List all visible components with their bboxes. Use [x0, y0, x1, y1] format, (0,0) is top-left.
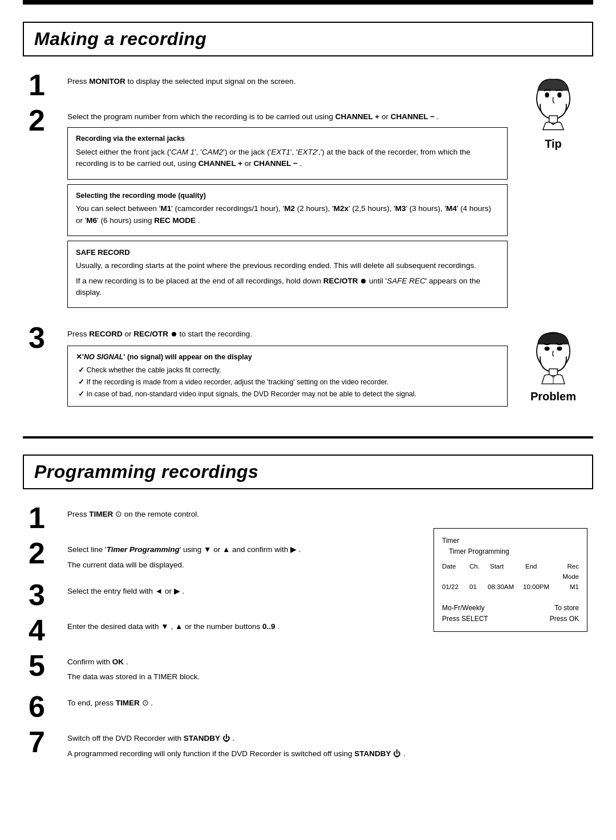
- s2-step-6-content: To end, press TIMER ⊙ .: [67, 694, 422, 712]
- col-header-rec: RecMode: [558, 561, 579, 582]
- col-header-date: Date: [442, 561, 469, 582]
- svg-point-6: [557, 347, 562, 351]
- infobox-ext-title: Recording via the external jacks: [76, 133, 499, 144]
- timer-start: 08:30AM: [488, 582, 523, 592]
- infobox-rec-mode: Selecting the recording mode (quality) Y…: [67, 184, 508, 236]
- s2-step-5-content: Confirm with OK . The data was stored in…: [67, 653, 422, 687]
- timer-footer: Mo-Fr/Weekly Press SELECT To store Press…: [442, 603, 579, 624]
- infobox-saferec-title: SAFE RECORD: [76, 247, 499, 258]
- tip-callout: Tip: [519, 72, 587, 151]
- step-3-area: 3 Press RECORD or REC/OTR to start the r…: [29, 325, 587, 419]
- step-2-text: Select the program number from which the…: [67, 111, 508, 123]
- section-divider: [23, 436, 593, 439]
- s2-step-4-content: Enter the desired data with ▼ , ▲ or the…: [67, 618, 422, 636]
- timer-mode: M1: [556, 582, 579, 592]
- timer-col-headers: Date Ch. Start End RecMode: [442, 561, 579, 582]
- problem-box-title: ✕'NO SIGNAL' (no signal) will appear on …: [76, 352, 499, 363]
- top-decorative-bar: [23, 0, 593, 5]
- svg-point-5: [545, 347, 550, 351]
- problem-callout: Problem: [519, 325, 587, 403]
- section2-header: Programming recordings: [23, 455, 593, 489]
- step-2-content: Select the program number from which the…: [67, 108, 508, 313]
- section1-header: Making a recording: [23, 22, 593, 56]
- infobox-saferec-text2: If a new recording is to be placed at th…: [76, 275, 499, 299]
- s2-step-2-content: Select line 'Timer Programming' using ▼ …: [67, 541, 422, 574]
- step-3-number: 3: [29, 323, 57, 352]
- timer-ch: 01: [469, 582, 488, 592]
- tip-label: Tip: [545, 137, 562, 151]
- step-3-text: Press RECORD or REC/OTR to start the rec…: [67, 328, 508, 340]
- s2-step-3-number: 3: [29, 580, 57, 610]
- timer-footer-left: Mo-Fr/Weekly Press SELECT: [442, 603, 488, 624]
- steps-1-2-area: 1 Press MONITOR to display the selected …: [29, 72, 587, 320]
- col-header-start: Start: [490, 561, 525, 582]
- s2-step-4-text: Enter the desired data with ▼ , ▲ or the…: [67, 621, 422, 632]
- infobox-recmode-text: You can select between 'M1' (camcorder r…: [76, 203, 499, 226]
- section2-steps: 1 Press TIMER ⊙ on the remote control. 2…: [23, 505, 593, 771]
- timer-display-subtitle: Timer Programming: [442, 546, 579, 557]
- step-1-content: Press MONITOR to display the selected in…: [67, 72, 508, 91]
- problem-figure: [522, 325, 585, 388]
- problem-item-2: If the recording is made from a video re…: [78, 377, 499, 388]
- tip-cartoon-icon: [528, 75, 579, 132]
- timer-data-row: 01/22 01 08:30AM 10:00PM M1: [442, 582, 579, 592]
- s2-step-5-text: Confirm with OK .: [67, 656, 422, 668]
- s2-step-2-subtext: The current data will be displayed.: [67, 559, 422, 571]
- s2-step-2-text: Select line 'Timer Programming' using ▼ …: [67, 544, 422, 555]
- s2-step-7-subtext: A programmed recording will only functio…: [67, 748, 422, 760]
- step-1-number: 1: [29, 70, 57, 100]
- step-3-content-area: 3 Press RECORD or REC/OTR to start the r…: [29, 325, 508, 419]
- timer-date: 01/22: [442, 582, 469, 592]
- infobox-safe-record: SAFE RECORD Usually, a recording starts …: [67, 241, 508, 308]
- bullet-dot-rec-icon: [172, 332, 176, 336]
- s2-step-7-content: Switch off the DVD Recorder with STANDBY…: [67, 729, 422, 763]
- bullet-dot-icon: [361, 279, 366, 283]
- section1-steps: 1 Press MONITOR to display the selected …: [23, 72, 593, 419]
- s2-step-6-row: 6 To end, press TIMER ⊙ .: [29, 694, 422, 721]
- s2-step-6-text: To end, press TIMER ⊙ .: [67, 697, 422, 709]
- s2-step-1-number: 1: [29, 503, 57, 533]
- problem-item-1: Check whether the cable jacks fit correc…: [78, 365, 499, 376]
- s2-step-5-subtext: The data was stored in a TIMER block.: [67, 671, 422, 683]
- timer-footer-right: To store Press OK: [550, 603, 579, 624]
- tip-figure: [522, 72, 585, 135]
- s2-step-6-number: 6: [29, 692, 57, 721]
- timer-display-box: Timer Timer Programming Date Ch. Start E…: [433, 528, 587, 632]
- s2-step-3-text: Select the entry field with ◄ or ▶ .: [67, 586, 422, 597]
- step-2-row: 2 Select the program number from which t…: [29, 108, 508, 313]
- section1-title: Making a recording: [34, 29, 582, 50]
- svg-point-1: [545, 92, 549, 98]
- col-header-end: End: [525, 561, 558, 582]
- problem-checklist: Check whether the cable jacks fit correc…: [76, 365, 499, 399]
- infobox-recmode-title: Selecting the recording mode (quality): [76, 190, 499, 201]
- problem-label: Problem: [530, 390, 576, 403]
- s2-step-2-row: 2 Select line 'Timer Programming' using …: [29, 541, 422, 574]
- infobox-ext-text: Select either the front jack ('CAM 1', '…: [76, 147, 499, 170]
- page-wrapper: Making a recording 1 Press MONITOR to di…: [0, 0, 616, 840]
- problem-box: ✕'NO SIGNAL' (no signal) will appear on …: [67, 346, 508, 407]
- s2-step-4-row: 4 Enter the desired data with ▼ , ▲ or t…: [29, 618, 422, 645]
- svg-rect-3: [549, 116, 558, 123]
- step-3-content: Press RECORD or REC/OTR to start the rec…: [67, 325, 508, 411]
- s2-step-1-content: Press TIMER ⊙ on the remote control.: [67, 505, 422, 524]
- s2-step-5-row: 5 Confirm with OK . The data was stored …: [29, 653, 422, 687]
- s2-step-4-number: 4: [29, 615, 57, 645]
- timer-display-title: Timer: [442, 535, 579, 546]
- step-3-row: 3 Press RECORD or REC/OTR to start the r…: [29, 325, 508, 411]
- s2-step-3-row: 3 Select the entry field with ◄ or ▶ .: [29, 582, 422, 610]
- s2-step-3-content: Select the entry field with ◄ or ▶ .: [67, 582, 422, 600]
- problem-item-3: In case of bad, non-standard video input…: [78, 389, 499, 400]
- step-2-number: 2: [29, 105, 57, 135]
- s2-step-5-number: 5: [29, 651, 57, 680]
- s2-step-7-row: 7 Switch off the DVD Recorder with STAND…: [29, 729, 422, 763]
- infobox-saferec-text1: Usually, a recording starts at the point…: [76, 260, 499, 271]
- s2-step-7-number: 7: [29, 727, 57, 757]
- s2-step-2-number: 2: [29, 538, 57, 568]
- svg-point-2: [557, 92, 561, 98]
- section2-title: Programming recordings: [34, 461, 582, 482]
- section2-steps-panel: 1 Press TIMER ⊙ on the remote control. 2…: [29, 505, 587, 771]
- s2-step-7-text: Switch off the DVD Recorder with STANDBY…: [67, 733, 422, 744]
- col-header-ch: Ch.: [469, 561, 490, 582]
- section2-left-steps: 1 Press TIMER ⊙ on the remote control. 2…: [29, 505, 422, 771]
- step-1-text: Press MONITOR to display the selected in…: [67, 76, 508, 87]
